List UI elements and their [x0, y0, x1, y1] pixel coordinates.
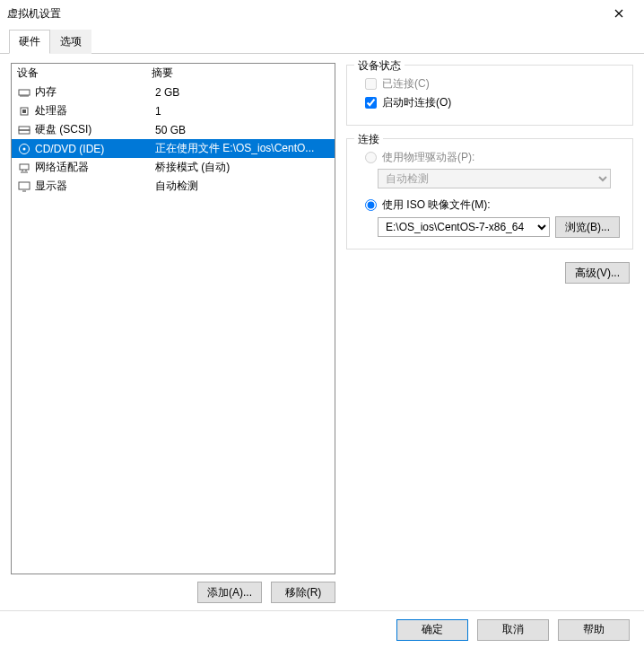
browse-iso-button[interactable]: 浏览(B)...	[555, 216, 620, 238]
title-bar: 虚拟机设置	[0, 0, 644, 27]
help-button[interactable]: 帮助	[558, 619, 630, 641]
svg-rect-2	[22, 109, 26, 113]
dialog-body: 设备 摘要 内存2 GB处理器1硬盘 (SCSI)50 GBCD/DVD (ID…	[0, 54, 644, 610]
cancel-button[interactable]: 取消	[477, 619, 549, 641]
device-row[interactable]: 硬盘 (SCSI)50 GB	[12, 120, 335, 139]
window-title: 虚拟机设置	[7, 6, 601, 22]
use-iso-radio[interactable]	[365, 199, 377, 211]
device-row[interactable]: 网络适配器桥接模式 (自动)	[12, 158, 335, 177]
device-summary: 桥接模式 (自动)	[155, 160, 329, 175]
hardware-right-panel: 设备状态 已连接(C) 启动时连接(O) 连接 使用物理驱动器(P):	[346, 63, 633, 607]
svg-rect-3	[19, 127, 30, 130]
remove-hardware-button[interactable]: 移除(R)	[271, 582, 335, 603]
device-summary: 正在使用文件 E:\OS_ios\CentO...	[155, 141, 329, 156]
hardware-left-panel: 设备 摘要 内存2 GB处理器1硬盘 (SCSI)50 GBCD/DVD (ID…	[11, 63, 335, 607]
svg-rect-7	[20, 164, 29, 170]
device-summary: 自动检测	[155, 179, 329, 194]
connect-on-power-checkbox[interactable]	[365, 97, 377, 109]
physical-drive-combo[interactable]: 自动检测	[378, 169, 611, 188]
disk-icon	[17, 124, 31, 136]
connect-on-power-label: 启动时连接(O)	[382, 95, 451, 110]
close-icon	[614, 9, 623, 18]
device-name: 硬盘 (SCSI)	[35, 122, 152, 137]
tab-strip: 硬件 选项	[0, 29, 644, 54]
svg-rect-0	[19, 90, 30, 95]
device-name: 处理器	[35, 103, 152, 118]
use-physical-label: 使用物理驱动器(P):	[382, 150, 474, 165]
connected-checkbox[interactable]	[365, 78, 377, 90]
device-status-title: 设备状态	[354, 58, 405, 74]
device-list-header: 设备 摘要	[12, 64, 335, 83]
col-summary: 摘要	[152, 66, 329, 81]
device-row[interactable]: 内存2 GB	[12, 83, 335, 101]
tab-options[interactable]: 选项	[50, 30, 91, 54]
use-physical-radio[interactable]	[365, 152, 377, 163]
svg-point-6	[23, 147, 26, 150]
device-list[interactable]: 设备 摘要 内存2 GB处理器1硬盘 (SCSI)50 GBCD/DVD (ID…	[11, 63, 335, 574]
device-row[interactable]: 处理器1	[12, 101, 335, 120]
monitor-icon	[17, 180, 31, 193]
use-iso-label: 使用 ISO 映像文件(M):	[382, 197, 491, 213]
connection-group: 连接 使用物理驱动器(P): 自动检测 使用 ISO 映像文件(M):	[346, 138, 633, 250]
advanced-button[interactable]: 高级(V)...	[565, 262, 630, 284]
connection-title: 连接	[354, 132, 383, 147]
net-icon	[17, 162, 31, 174]
iso-path-combo[interactable]: E:\OS_ios\CentOS-7-x86_64	[378, 217, 550, 237]
device-name: CD/DVD (IDE)	[35, 143, 152, 155]
device-summary: 2 GB	[155, 86, 329, 99]
svg-rect-4	[19, 130, 30, 134]
cd-icon	[17, 143, 31, 155]
device-row[interactable]: 显示器自动检测	[12, 177, 335, 196]
cpu-icon	[17, 105, 31, 118]
device-row[interactable]: CD/DVD (IDE)正在使用文件 E:\OS_ios\CentO...	[12, 139, 335, 158]
dialog-footer: 确定 取消 帮助	[0, 610, 644, 648]
device-name: 显示器	[35, 179, 152, 194]
col-device: 设备	[17, 66, 152, 81]
device-name: 内存	[35, 84, 152, 100]
device-summary: 50 GB	[155, 124, 329, 136]
device-status-group: 设备状态 已连接(C) 启动时连接(O)	[346, 65, 633, 126]
tab-hardware[interactable]: 硬件	[9, 30, 50, 54]
memory-icon	[17, 86, 31, 99]
device-summary: 1	[155, 105, 329, 118]
device-name: 网络适配器	[35, 160, 152, 175]
left-buttons: 添加(A)... 移除(R)	[11, 574, 335, 607]
close-button[interactable]	[601, 1, 637, 26]
add-hardware-button[interactable]: 添加(A)...	[197, 582, 262, 603]
svg-rect-8	[19, 182, 30, 189]
vm-settings-window: 虚拟机设置 硬件 选项 设备 摘要 内存2 GB处理器1硬盘 (SCSI)50 …	[0, 0, 644, 648]
connected-label: 已连接(C)	[382, 76, 430, 92]
ok-button[interactable]: 确定	[396, 619, 468, 641]
